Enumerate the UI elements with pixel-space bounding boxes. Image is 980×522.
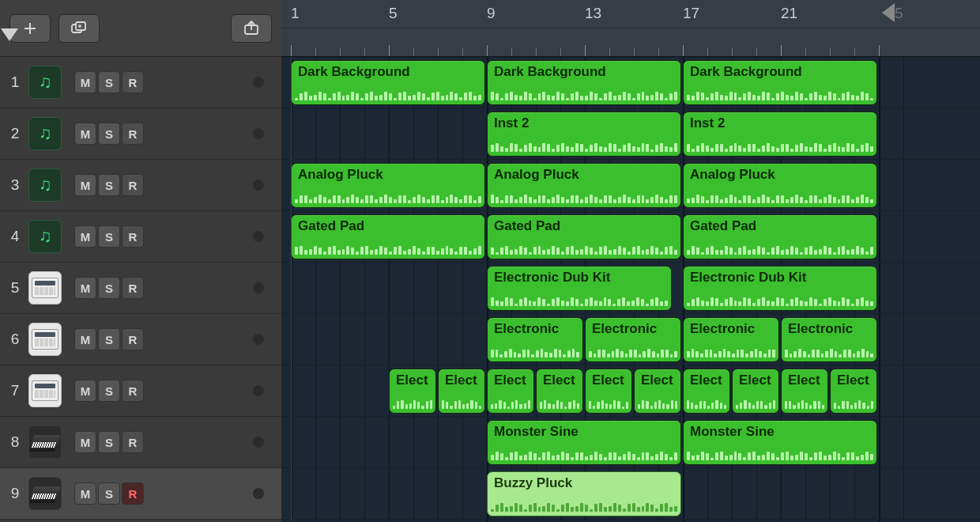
region[interactable]: Electronic bbox=[683, 317, 779, 362]
region[interactable]: Electronic bbox=[781, 317, 877, 362]
track-number: 9 bbox=[8, 485, 22, 502]
record-button[interactable]: R bbox=[122, 71, 144, 93]
solo-button[interactable]: S bbox=[98, 123, 120, 145]
track-number: 2 bbox=[8, 125, 22, 142]
region[interactable]: Elect bbox=[830, 369, 877, 414]
region[interactable]: Buzzy Pluck bbox=[487, 471, 681, 516]
region[interactable]: Analog Pluck bbox=[683, 163, 877, 208]
arrangement-area[interactable]: Dark BackgroundDark BackgroundDark Backg… bbox=[281, 57, 980, 522]
software-instrument-icon[interactable]: ♫ bbox=[28, 220, 62, 253]
drum-machine-icon[interactable] bbox=[28, 374, 62, 407]
solo-button[interactable]: S bbox=[98, 482, 120, 505]
region-label: Dark Background bbox=[494, 64, 676, 80]
record-button[interactable]: R bbox=[122, 328, 144, 350]
region-label: Buzzy Pluck bbox=[494, 475, 676, 491]
region[interactable]: Gated Pad bbox=[487, 214, 681, 259]
track-number: 4 bbox=[8, 228, 22, 245]
region[interactable]: Dark Background bbox=[683, 60, 877, 105]
mute-button[interactable]: M bbox=[74, 328, 96, 350]
region[interactable]: Elect bbox=[438, 369, 485, 414]
region[interactable]: Analog Pluck bbox=[291, 163, 485, 208]
region-label: Electronic bbox=[788, 321, 872, 337]
region[interactable]: Elect bbox=[389, 369, 436, 414]
drum-machine-icon[interactable] bbox=[28, 271, 62, 304]
region-label: Analog Pluck bbox=[494, 167, 676, 183]
software-instrument-icon[interactable]: ♫ bbox=[28, 117, 62, 150]
input-monitor-dot bbox=[253, 437, 264, 448]
region[interactable]: Electronic Dub Kit bbox=[683, 266, 877, 311]
mute-button[interactable]: M bbox=[74, 174, 96, 196]
record-button[interactable]: R bbox=[122, 482, 144, 505]
solo-button[interactable]: S bbox=[98, 328, 120, 350]
keyboard-icon[interactable] bbox=[28, 426, 62, 459]
record-button[interactable]: R bbox=[122, 431, 144, 453]
timeline-ruler[interactable]: 1591317215 bbox=[281, 0, 980, 57]
region-waveform bbox=[295, 192, 481, 203]
drum-machine-icon[interactable] bbox=[28, 323, 62, 356]
region-label: Elect bbox=[592, 373, 627, 388]
region[interactable]: Monster Sine bbox=[683, 420, 877, 465]
region-label: Electronic bbox=[690, 321, 774, 337]
record-button[interactable]: R bbox=[122, 277, 144, 299]
record-button[interactable]: R bbox=[122, 174, 144, 196]
duplicate-track-button[interactable] bbox=[58, 14, 100, 43]
mute-button[interactable]: M bbox=[74, 431, 96, 453]
record-button[interactable]: R bbox=[122, 225, 144, 248]
solo-button[interactable]: S bbox=[98, 380, 120, 402]
solo-button[interactable]: S bbox=[98, 431, 120, 453]
share-button[interactable] bbox=[231, 14, 272, 43]
mute-button[interactable]: M bbox=[74, 123, 96, 145]
mute-button[interactable]: M bbox=[74, 225, 96, 248]
song-end-marker[interactable] bbox=[882, 3, 895, 22]
playhead[interactable] bbox=[1, 28, 18, 41]
region[interactable]: Inst 2 bbox=[683, 112, 877, 157]
record-button[interactable]: R bbox=[122, 380, 144, 402]
track-header-5[interactable]: 5MSR bbox=[0, 263, 281, 314]
region-waveform bbox=[687, 89, 873, 100]
software-instrument-icon[interactable]: ♫ bbox=[28, 66, 62, 99]
region[interactable]: Dark Background bbox=[487, 60, 681, 105]
track-header-4[interactable]: 4♫MSR bbox=[0, 211, 281, 263]
ruler-tick bbox=[364, 48, 365, 56]
region[interactable]: Elect bbox=[634, 369, 681, 414]
region-label: Electronic Dub Kit bbox=[494, 270, 666, 286]
track-header-8[interactable]: 8MSR bbox=[0, 417, 281, 468]
region[interactable]: Elect bbox=[732, 369, 779, 414]
region[interactable]: Gated Pad bbox=[291, 214, 485, 259]
region[interactable]: Electronic bbox=[585, 317, 681, 362]
region[interactable]: Elect bbox=[536, 369, 583, 414]
region-label: Gated Pad bbox=[298, 218, 480, 234]
track-header-6[interactable]: 6MSR bbox=[0, 314, 281, 365]
ruler-tick bbox=[756, 48, 757, 56]
region[interactable]: Electronic Dub Kit bbox=[487, 266, 672, 311]
region[interactable]: Monster Sine bbox=[487, 420, 681, 465]
region[interactable]: Elect bbox=[585, 369, 632, 414]
track-header-9[interactable]: 9MSR bbox=[0, 468, 281, 520]
region[interactable]: Gated Pad bbox=[683, 214, 877, 259]
solo-button[interactable]: S bbox=[98, 225, 120, 248]
region[interactable]: Elect bbox=[487, 369, 534, 414]
record-button[interactable]: R bbox=[122, 123, 144, 145]
region[interactable]: Inst 2 bbox=[487, 112, 681, 157]
input-monitor-dot bbox=[253, 231, 264, 242]
region[interactable]: Elect bbox=[781, 369, 828, 414]
region[interactable]: Electronic bbox=[487, 317, 583, 362]
region[interactable]: Elect bbox=[683, 369, 730, 414]
mute-button[interactable]: M bbox=[74, 277, 96, 299]
region-label: Elect bbox=[641, 373, 676, 388]
mute-button[interactable]: M bbox=[74, 482, 96, 505]
keyboard-icon[interactable] bbox=[28, 477, 62, 510]
region[interactable]: Dark Background bbox=[291, 60, 485, 105]
track-header-3[interactable]: 3♫MSR bbox=[0, 160, 281, 211]
track-header-1[interactable]: 1♫MSR bbox=[0, 57, 281, 108]
track-header-7[interactable]: 7MSR bbox=[0, 365, 281, 417]
track-header-2[interactable]: 2♫MSR bbox=[0, 108, 281, 160]
mute-button[interactable]: M bbox=[74, 71, 96, 93]
solo-button[interactable]: S bbox=[98, 71, 120, 93]
solo-button[interactable]: S bbox=[98, 277, 120, 299]
mute-button[interactable]: M bbox=[74, 380, 96, 402]
region-waveform bbox=[491, 89, 677, 100]
region[interactable]: Analog Pluck bbox=[487, 163, 681, 208]
software-instrument-icon[interactable]: ♫ bbox=[28, 168, 62, 202]
solo-button[interactable]: S bbox=[98, 174, 120, 196]
